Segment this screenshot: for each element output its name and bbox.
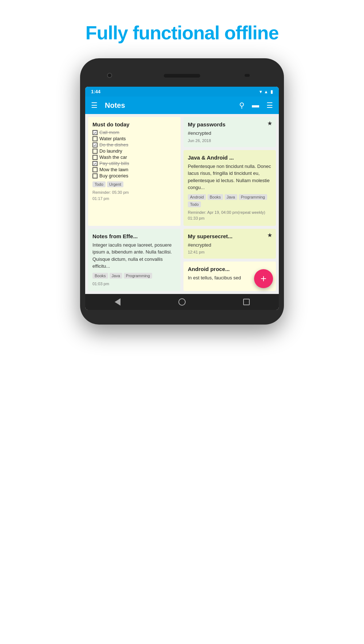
back-icon (115, 298, 120, 306)
status-time: 1:44 (91, 89, 100, 94)
menu-icon[interactable]: ☰ (91, 101, 98, 110)
tag-todo: Todo (92, 181, 106, 187)
tag-urgent: Urgent (107, 181, 123, 187)
note-body-java-android: Pellentesque non tincidunt nulla. Donec … (188, 163, 272, 191)
check-item-mow[interactable]: Mow the lawn (92, 167, 176, 172)
nav-home-button[interactable] (178, 298, 186, 306)
star-icon-my-passwords[interactable]: ★ (267, 120, 272, 127)
wifi-icon: ▾ (260, 89, 262, 94)
phone-top (85, 65, 279, 87)
nav-back-button[interactable] (113, 298, 122, 306)
app-title: Notes (105, 101, 233, 110)
note-meta-notes-from-effe: 01:03 pm (92, 281, 176, 287)
tag-programming2: Programming (124, 273, 152, 279)
checkbox-water-plants[interactable] (92, 136, 98, 141)
check-item-wash-car[interactable]: Wash the car (92, 154, 176, 160)
phone-screen: 1:44 ▾ ▲ ▮ ☰ Notes ⚲ ▬ ☰ Must do tod (85, 87, 279, 310)
note-body-notes-from-effe: Integer iaculis neque laoreet, posuere i… (92, 242, 176, 270)
note-date-my-supersecret: 12:41 pm (188, 250, 272, 254)
search-icon[interactable]: ⚲ (239, 101, 245, 110)
checkbox-utility[interactable]: ✓ (92, 161, 98, 166)
note-tags-java-android: Android Books Java Programming Todo (188, 194, 272, 207)
tag-todo2: Todo (188, 201, 201, 207)
check-item-call-mom[interactable]: ✓ Call mom (92, 130, 176, 135)
app-bar: ☰ Notes ⚲ ▬ ☰ (85, 97, 279, 114)
note-card-must-do-today[interactable]: Must do today ✓ Call mom Water plants ✓ … (88, 117, 181, 226)
tag-java: Java (225, 194, 237, 200)
note-card-java-android[interactable]: Java & Android ... Pellentesque non tinc… (183, 150, 276, 226)
phone-bottom (85, 310, 279, 317)
check-item-laundry[interactable]: Do laundry (92, 148, 176, 154)
note-meta-java-android: Reminder: Apr 19, 04:00 pm(repeat weekly… (188, 209, 272, 221)
phone-camera (107, 73, 112, 78)
status-bar: 1:44 ▾ ▲ ▮ (85, 87, 279, 97)
note-title-notes-from-effe: Notes from Effe... (92, 233, 176, 239)
note-meta-must-do-today: Reminder: 05:30 pm01:17 pm (92, 189, 176, 201)
view-toggle-icon[interactable]: ▬ (252, 101, 259, 110)
check-item-dishes[interactable]: ✓ Do the dishes (92, 142, 176, 148)
note-card-notes-from-effe[interactable]: Notes from Effe... Integer iaculis neque… (88, 229, 181, 291)
checkbox-wash-car[interactable] (92, 155, 98, 160)
note-tags-notes-from-effe: Books Java Programming (92, 273, 176, 279)
nav-recents-button[interactable] (242, 298, 251, 306)
bottom-nav (85, 294, 279, 310)
checkbox-call-mom[interactable]: ✓ (92, 130, 98, 135)
tag-books: Books (207, 194, 223, 200)
checkbox-dishes[interactable]: ✓ (92, 142, 98, 148)
phone-speaker (164, 74, 200, 78)
note-title-must-do-today: Must do today (92, 121, 176, 127)
note-card-my-passwords[interactable]: ★ My passwords #encrypted Jun 26, 2018 (183, 117, 276, 147)
note-body-my-supersecret: #encrypted (188, 242, 272, 249)
note-tags-must-do-today: Todo Urgent (92, 181, 176, 187)
app-bar-icons: ⚲ ▬ ☰ (239, 101, 273, 110)
check-item-groceries[interactable]: Buy groceries (92, 173, 176, 178)
tag-books2: Books (92, 273, 108, 279)
home-icon (178, 298, 186, 306)
tag-programming: Programming (239, 194, 267, 200)
note-card-my-supersecret[interactable]: ★ My supersecret... #encrypted 12:41 pm (183, 229, 276, 259)
fab-add-note[interactable]: + (254, 269, 273, 288)
phone-shell: 1:44 ▾ ▲ ▮ ☰ Notes ⚲ ▬ ☰ Must do tod (80, 58, 284, 325)
screen-body: Must do today ✓ Call mom Water plants ✓ … (85, 114, 279, 294)
battery-icon: ▮ (270, 89, 273, 94)
checkbox-laundry[interactable] (92, 149, 98, 154)
note-title-my-passwords: My passwords (188, 121, 272, 127)
notes-grid: Must do today ✓ Call mom Water plants ✓ … (85, 114, 279, 229)
sort-icon[interactable]: ☰ (266, 101, 273, 110)
check-item-water-plants[interactable]: Water plants (92, 136, 176, 141)
recents-icon (243, 299, 250, 305)
checkbox-groceries[interactable] (92, 173, 98, 178)
check-item-utility[interactable]: ✓ Pay utility bills (92, 161, 176, 166)
note-date-my-passwords: Jun 26, 2018 (188, 138, 272, 143)
tag-android: Android (188, 194, 206, 200)
checkbox-mow[interactable] (92, 167, 98, 172)
tag-java2: Java (110, 273, 122, 279)
status-icons: ▾ ▲ ▮ (260, 89, 273, 94)
note-body-my-passwords: #encrypted (188, 130, 272, 137)
notes-grid-2: Notes from Effe... Integer iaculis neque… (85, 229, 279, 294)
note-title-my-supersecret: My supersecret... (188, 233, 272, 239)
star-icon-my-supersecret[interactable]: ★ (267, 232, 272, 239)
phone-sensor (245, 74, 250, 77)
note-title-java-android: Java & Android ... (188, 154, 272, 161)
page-headline: Fully functional offline (86, 22, 279, 44)
signal-icon: ▲ (264, 89, 268, 94)
